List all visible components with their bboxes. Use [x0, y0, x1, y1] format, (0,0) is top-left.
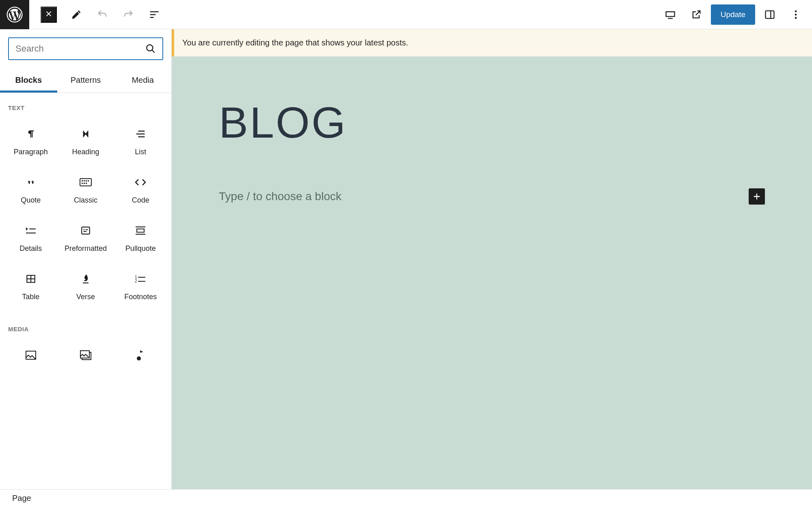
pullquote-icon — [134, 224, 147, 237]
list-view-icon — [149, 9, 160, 20]
breadcrumb[interactable]: Page — [12, 494, 31, 503]
block-label: Table — [22, 293, 39, 301]
svg-rect-12 — [88, 180, 89, 181]
more-vertical-icon — [790, 9, 801, 20]
update-button[interactable]: Update — [711, 4, 755, 25]
undo-button — [91, 3, 114, 26]
close-inserter-button[interactable] — [41, 6, 57, 23]
svg-point-3 — [795, 10, 797, 12]
desktop-icon — [665, 9, 676, 20]
block-preformatted[interactable]: Preformatted — [58, 214, 113, 263]
block-code[interactable]: Code — [113, 166, 168, 214]
plus-icon — [752, 192, 761, 201]
code-icon — [134, 176, 147, 189]
block-label: Preformatted — [65, 244, 107, 253]
block-heading[interactable]: Heading — [58, 118, 113, 166]
preformatted-icon — [79, 224, 92, 237]
block-classic[interactable]: Classic — [58, 166, 113, 214]
block-label: Verse — [76, 293, 95, 301]
category-text-label: TEXT — [0, 93, 171, 114]
document-overview-button[interactable] — [143, 3, 166, 26]
redo-icon — [123, 9, 134, 20]
editing-notice: You are currently editing the page that … — [172, 29, 812, 56]
view-page-button[interactable] — [685, 3, 708, 26]
svg-point-6 — [147, 45, 153, 51]
add-block-button[interactable] — [749, 188, 765, 205]
block-details[interactable]: Details — [3, 214, 58, 263]
block-label: Heading — [72, 148, 99, 156]
image-icon — [24, 349, 37, 362]
search-box — [8, 37, 163, 60]
close-icon — [45, 10, 53, 18]
block-paragraph[interactable]: Paragraph — [3, 118, 58, 166]
block-inserter-panel: Blocks Patterns Media TEXT Paragraph Hea… — [0, 29, 172, 489]
svg-rect-18 — [82, 227, 90, 234]
svg-rect-14 — [84, 183, 85, 184]
svg-point-36 — [137, 356, 141, 360]
svg-rect-13 — [82, 183, 83, 184]
block-list[interactable]: List — [113, 118, 168, 166]
wordpress-logo[interactable] — [0, 0, 29, 29]
classic-icon — [79, 176, 92, 189]
svg-rect-9 — [82, 180, 83, 181]
undo-icon — [97, 9, 108, 20]
tab-blocks[interactable]: Blocks — [0, 68, 57, 93]
block-audio[interactable] — [113, 339, 168, 379]
svg-text:2: 2 — [135, 279, 137, 283]
category-media-label: MEDIA — [0, 314, 171, 336]
block-verse[interactable]: Verse — [58, 263, 113, 311]
details-icon — [24, 224, 37, 237]
block-gallery[interactable] — [58, 339, 113, 379]
list-icon — [134, 127, 147, 140]
audio-icon — [134, 349, 147, 362]
tools-button[interactable] — [65, 3, 88, 26]
breadcrumb-bar: Page — [0, 489, 812, 507]
svg-rect-8 — [80, 179, 91, 186]
block-pullquote[interactable]: Pullquote — [113, 214, 168, 263]
svg-rect-1 — [766, 11, 774, 18]
block-placeholder[interactable]: Type / to choose a block — [219, 190, 341, 203]
svg-rect-10 — [84, 180, 85, 181]
svg-rect-23 — [137, 229, 144, 232]
svg-point-4 — [795, 13, 797, 15]
svg-rect-11 — [86, 180, 87, 181]
block-quote[interactable]: Quote — [3, 166, 58, 214]
edit-icon — [71, 9, 82, 20]
quote-icon — [24, 176, 37, 189]
view-button[interactable] — [659, 3, 682, 26]
block-label: Classic — [74, 196, 97, 205]
tab-media[interactable]: Media — [114, 68, 171, 93]
search-input[interactable] — [15, 43, 145, 54]
heading-icon — [79, 127, 92, 140]
sidebar-icon — [764, 9, 775, 20]
options-button[interactable] — [784, 3, 807, 26]
svg-rect-15 — [86, 183, 87, 184]
inserter-tabs: Blocks Patterns Media — [0, 68, 171, 93]
settings-sidebar-button[interactable] — [758, 3, 781, 26]
verse-icon — [79, 272, 92, 285]
page-title[interactable]: BLOG — [172, 56, 812, 148]
svg-line-7 — [152, 50, 155, 53]
block-image[interactable] — [3, 339, 58, 379]
block-label: Paragraph — [14, 148, 48, 156]
block-label: Details — [19, 244, 42, 253]
editor-canvas[interactable]: You are currently editing the page that … — [172, 29, 812, 489]
wordpress-icon — [6, 6, 23, 23]
tab-patterns[interactable]: Patterns — [57, 68, 114, 93]
block-label: List — [135, 148, 146, 156]
editor-toolbar: Update — [0, 0, 812, 29]
text-blocks-grid: Paragraph Heading List Quote Classic Cod… — [0, 114, 171, 314]
search-icon — [145, 43, 156, 54]
gallery-icon — [79, 349, 92, 362]
svg-point-5 — [795, 17, 797, 19]
block-footnotes[interactable]: 12 Footnotes — [113, 263, 168, 311]
external-link-icon — [691, 9, 702, 20]
footnotes-icon: 12 — [134, 272, 147, 285]
block-label: Pullquote — [125, 244, 156, 253]
table-icon — [24, 272, 37, 285]
block-table[interactable]: Table — [3, 263, 58, 311]
redo-button — [117, 3, 140, 26]
media-blocks-grid — [0, 336, 171, 382]
block-label: Code — [132, 196, 149, 205]
block-label: Footnotes — [124, 293, 157, 301]
